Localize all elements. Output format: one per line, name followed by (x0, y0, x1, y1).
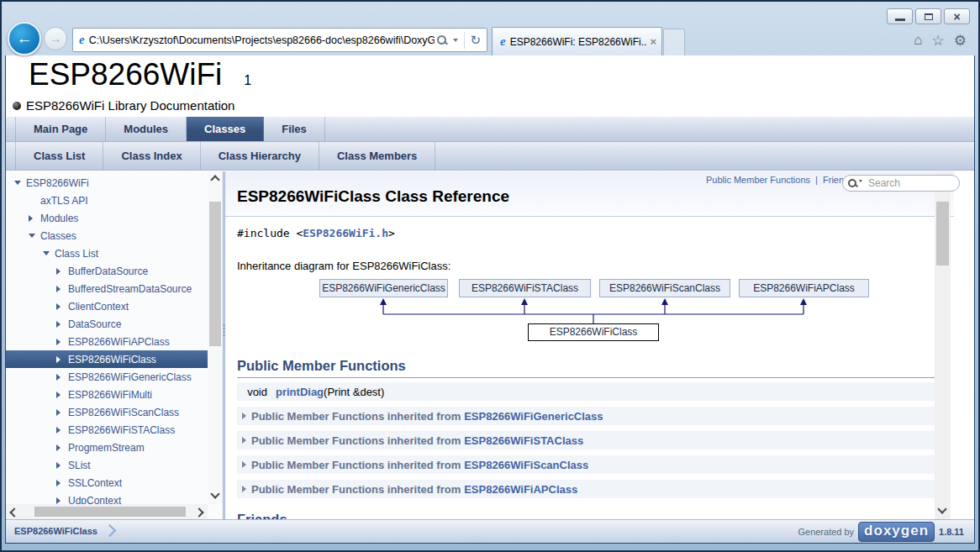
expand-icon[interactable] (242, 437, 246, 444)
include-file-link[interactable]: ESP8266WiFi.h (303, 227, 388, 239)
inherited-section-staclass[interactable]: Public Member Functions inherited from E… (237, 431, 942, 449)
tree-item-slist[interactable]: SList (6, 456, 208, 474)
tab-main-page[interactable]: Main Page (15, 117, 106, 141)
restore-button[interactable] (915, 8, 941, 24)
back-button[interactable]: ← (8, 22, 41, 55)
tree-expand-icon[interactable] (56, 339, 61, 345)
tab-class-members[interactable]: Class Members (319, 142, 435, 170)
tree-item-progmemstream[interactable]: ProgmemStream (6, 439, 208, 456)
inherited-class-link[interactable]: ESP8266WiFiAPClass (464, 483, 577, 496)
tab-class-index[interactable]: Class Index (103, 142, 200, 170)
tree-expand-icon[interactable] (56, 480, 61, 486)
inherited-section-genericclass[interactable]: Public Member Functions inherited from E… (237, 407, 942, 425)
tree-expand-icon[interactable] (29, 215, 33, 222)
tree-item-udpcontext[interactable]: UdpContext (6, 492, 208, 504)
tree-item-clientcontext[interactable]: ClientContext (6, 297, 208, 315)
url-input[interactable] (89, 34, 435, 46)
diagram-node-apclass[interactable]: ESP8266WiFiAPClass (739, 279, 869, 297)
address-bar[interactable]: e ↻ (72, 28, 487, 52)
tree-expand-icon[interactable] (56, 356, 61, 363)
tab-close-icon[interactable]: × (650, 36, 656, 47)
diagram-node-staclass[interactable]: ESP8266WiFiSTAClass (459, 279, 591, 297)
tree-expand-icon[interactable] (56, 409, 61, 416)
tree-item-axtls-api[interactable]: axTLS API (6, 192, 208, 209)
tree-item-datasource[interactable]: DataSource (6, 315, 208, 333)
tree-item-modules[interactable]: Modules (6, 209, 208, 227)
address-search-icon[interactable] (436, 34, 448, 46)
tree-expand-icon[interactable] (56, 303, 61, 310)
home-icon[interactable]: ⌂ (914, 32, 922, 50)
tree-item-esp8266wifiapclass[interactable]: ESP8266WiFiAPClass (6, 333, 208, 350)
diagram-node-wificlass[interactable]: ESP8266WiFiClass (528, 323, 659, 341)
tree-expand-icon[interactable] (56, 286, 61, 292)
tab-files[interactable]: Files (264, 117, 325, 141)
address-dropdown-icon[interactable] (453, 39, 458, 42)
sidebar-horizontal-scrollbar[interactable] (6, 504, 208, 519)
tree-collapse-icon[interactable] (29, 234, 35, 238)
tree-item-esp8266wifi[interactable]: ESP8266WiFi (6, 174, 208, 192)
tree-expand-icon[interactable] (56, 462, 61, 469)
tree-item-bufferdatasource[interactable]: BufferDataSource (6, 262, 208, 280)
inherited-class-link[interactable]: ESP8266WiFiGenericClass (464, 410, 603, 423)
tree-item-label: ESP8266WiFiAPClass (68, 336, 170, 348)
search-dropdown-icon[interactable] (859, 180, 862, 182)
content-vertical-scrollbar[interactable] (935, 171, 951, 519)
tab-modules[interactable]: Modules (106, 117, 187, 141)
inherited-class-link[interactable]: ESP8266WiFiScanClass (464, 459, 588, 471)
inherited-section-apclass[interactable]: Public Member Functions inherited from E… (237, 480, 942, 498)
sidebar-vertical-scrollbar[interactable] (208, 171, 223, 504)
tab-classes[interactable]: Classes (187, 117, 264, 141)
window-controls: × (887, 8, 970, 24)
refresh-icon[interactable]: ↻ (470, 34, 481, 46)
link-public-member-functions[interactable]: Public Member Functions (706, 175, 810, 185)
new-tab-button[interactable] (663, 29, 685, 55)
expand-icon[interactable] (242, 486, 246, 492)
scrollbar-thumb[interactable] (34, 507, 186, 517)
tab-class-list[interactable]: Class List (15, 142, 103, 170)
breadcrumb[interactable]: ESP8266WiFiClass (14, 520, 97, 543)
search-box[interactable] (842, 175, 960, 192)
doxygen-logo[interactable]: doxygen (858, 522, 935, 542)
tree-item-esp8266wificlass-selected[interactable]: ESP8266WiFiClass (6, 350, 208, 368)
browser-tab[interactable]: e ESP8266WiFi: ESP8266WiFi... × (492, 27, 662, 55)
tree-item-esp8266wifiscanclass[interactable]: ESP8266WiFiScanClass (6, 403, 208, 421)
tree-expand-icon[interactable] (56, 374, 61, 381)
tree-collapse-icon[interactable] (14, 181, 21, 185)
tree-expand-icon[interactable] (56, 392, 61, 398)
diagram-node-scanclass[interactable]: ESP8266WiFiScanClass (599, 279, 730, 297)
tree-collapse-icon[interactable] (43, 251, 50, 255)
inherited-class-link[interactable]: ESP8266WiFiSTAClass (464, 434, 583, 447)
minimize-button[interactable] (887, 8, 913, 24)
tab-class-hierarchy[interactable]: Class Hierarchy (201, 142, 319, 170)
scrollbar-thumb[interactable] (209, 202, 221, 346)
expand-icon[interactable] (242, 461, 246, 468)
tree-expand-icon[interactable] (56, 321, 61, 328)
scroll-right-icon[interactable] (194, 507, 203, 517)
tree-expand-icon[interactable] (56, 497, 61, 504)
scroll-up-icon[interactable] (210, 175, 219, 184)
settings-icon[interactable]: ⚙ (954, 32, 967, 50)
tree-expand-icon[interactable] (56, 427, 61, 434)
tree-item-sslcontext[interactable]: SSLContext (6, 474, 208, 492)
scroll-down-icon[interactable] (210, 489, 219, 498)
forward-button[interactable]: → (44, 27, 67, 50)
scroll-left-icon[interactable] (9, 507, 18, 517)
tree-item-bufferedstreamdatasource[interactable]: BufferedStreamDataSource (6, 280, 208, 297)
expand-icon[interactable] (242, 413, 246, 419)
scrollbar-thumb[interactable] (936, 202, 949, 265)
tree-item-esp8266wifigenericclass[interactable]: ESP8266WiFiGenericClass (6, 368, 208, 386)
close-button[interactable]: × (944, 8, 970, 24)
tree-expand-icon[interactable] (56, 268, 61, 275)
scroll-down-icon[interactable] (937, 504, 946, 513)
search-input[interactable] (867, 176, 954, 190)
diagram-node-genericclass[interactable]: ESP8266WiFiGenericClass (319, 279, 448, 297)
member-return-type: void (237, 386, 276, 398)
tree-item-esp8266wifistaclass[interactable]: ESP8266WiFiSTAClass (6, 421, 208, 439)
tree-item-class-list[interactable]: Class List (6, 244, 208, 262)
tree-item-classes[interactable]: Classes (6, 227, 208, 244)
tree-expand-icon[interactable] (56, 444, 61, 451)
favorites-icon[interactable]: ☆ (932, 32, 945, 50)
tree-item-esp8266wifimulti[interactable]: ESP8266WiFiMulti (6, 386, 208, 403)
inherited-section-scanclass[interactable]: Public Member Functions inherited from E… (237, 455, 942, 474)
member-name-link[interactable]: printDiag (276, 386, 324, 398)
